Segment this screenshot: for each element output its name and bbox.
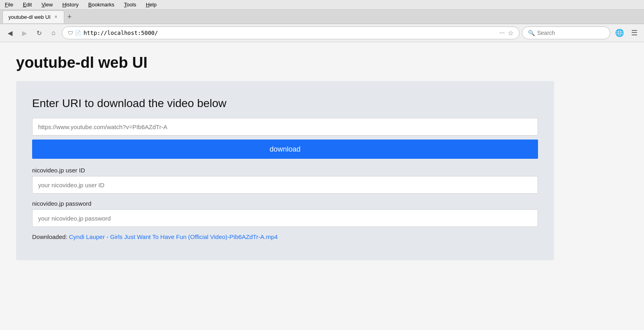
extensions-icon: 🌐 (615, 29, 624, 37)
page-content: youtube-dl web UI Enter URI to download … (0, 42, 644, 328)
downloaded-file-link[interactable]: Cyndi Lauper - Girls Just Want To Have F… (69, 233, 278, 240)
nav-bar: ◀ ▶ ↻ ⌂ 🛡 📄 ··· ☆ 🔍 🌐 ☰ (0, 24, 644, 42)
search-input[interactable] (537, 30, 607, 36)
forward-button[interactable]: ▶ (18, 27, 31, 39)
page-icon: 📄 (75, 30, 81, 36)
downloaded-prefix: Downloaded: (32, 233, 67, 240)
main-card: Enter URI to download the video below do… (16, 81, 554, 260)
bookmark-star-icon[interactable]: ☆ (508, 29, 514, 37)
address-security-icons: 🛡 📄 (68, 30, 81, 36)
menu-tools[interactable]: Tools (122, 1, 138, 8)
home-icon: ⌂ (51, 29, 55, 36)
forward-icon: ▶ (22, 29, 27, 37)
more-icon[interactable]: ··· (499, 29, 505, 36)
back-button[interactable]: ◀ (4, 27, 16, 39)
new-tab-button[interactable]: + (64, 13, 75, 20)
downloaded-line: Downloaded: Cyndi Lauper - Girls Just Wa… (32, 233, 538, 240)
nico-user-label: nicovideo.jp user ID (32, 167, 538, 174)
download-button[interactable]: download (32, 140, 538, 159)
menu-bookmarks[interactable]: Bookmarks (87, 1, 116, 8)
card-heading: Enter URI to download the video below (32, 97, 538, 110)
address-bar: 🛡 📄 ··· ☆ (62, 26, 520, 39)
menu-view[interactable]: View (40, 1, 54, 8)
search-icon: 🔍 (528, 30, 535, 36)
search-bar: 🔍 (522, 26, 610, 39)
menu-help[interactable]: Help (144, 1, 158, 8)
tab-youtube-dl[interactable]: youtube-dl web UI × (2, 10, 64, 23)
reload-button[interactable]: ↻ (33, 27, 45, 39)
back-icon: ◀ (8, 29, 12, 37)
url-input[interactable] (32, 118, 538, 136)
hamburger-icon: ☰ (631, 29, 638, 37)
menu-edit[interactable]: Edit (21, 1, 33, 8)
tab-bar: youtube-dl web UI × + (0, 10, 644, 24)
address-input[interactable] (84, 30, 497, 36)
shield-icon: 🛡 (68, 30, 73, 36)
tab-close-button[interactable]: × (54, 14, 58, 20)
menu-bar: File Edit View History Bookmarks Tools H… (0, 0, 644, 10)
tab-title: youtube-dl web UI (8, 14, 51, 20)
home-button[interactable]: ⌂ (47, 27, 59, 39)
extensions-button[interactable]: 🌐 (613, 27, 626, 39)
reload-icon: ↻ (37, 29, 42, 37)
menu-history[interactable]: History (61, 1, 80, 8)
menu-file[interactable]: File (3, 1, 15, 8)
footer: Copyright © 2017, 2018 Ryo ONODERA All r… (0, 328, 644, 330)
nico-pass-input[interactable] (32, 209, 538, 227)
hamburger-menu-button[interactable]: ☰ (629, 27, 640, 39)
nico-pass-label: nicovideo.jp password (32, 200, 538, 207)
nico-user-input[interactable] (32, 176, 538, 194)
page-title: youtube-dl web UI (16, 54, 628, 71)
address-end-icons: ··· ☆ (499, 29, 514, 37)
